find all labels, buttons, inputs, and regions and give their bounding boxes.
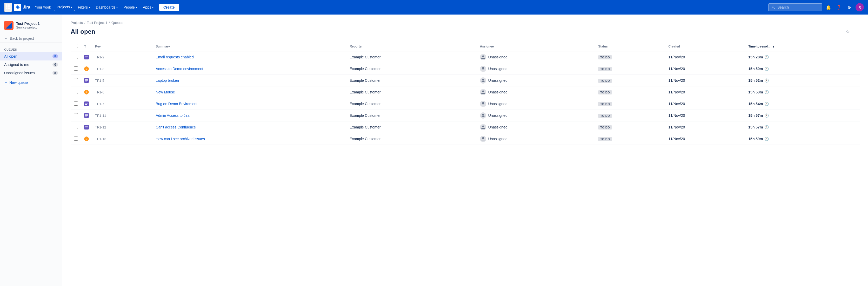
created-date: 11/Nov/20 [669, 137, 685, 141]
row-reporter-cell: Example Customer [346, 133, 476, 145]
create-button[interactable]: Create [159, 4, 179, 11]
people-nav[interactable]: People ▾ [121, 4, 140, 11]
row-status-cell: TO DO [595, 110, 665, 122]
row-time-cell: 15h 28m 🕐 [745, 51, 860, 63]
all-open-count: 8 [53, 54, 58, 58]
issue-reporter: Example Customer [349, 55, 380, 59]
svg-rect-21 [85, 103, 88, 103]
assignee-cell: Unassigned [480, 77, 592, 84]
table-row: TP1-5 Laptop broken Example Customer Una… [71, 75, 860, 87]
created-date: 11/Nov/20 [669, 67, 685, 71]
assignee-avatar [480, 66, 486, 72]
issue-key: TP1-6 [95, 90, 104, 94]
row-assignee-cell: Unassigned [477, 75, 595, 87]
col-header-status[interactable]: Status [595, 42, 665, 51]
table-row: ? TP1-6 New Mouse Example Customer Unass… [71, 87, 860, 98]
issue-summary-link[interactable]: Can't access Confluence [156, 125, 196, 129]
more-options-button[interactable]: ⋯ [853, 28, 860, 36]
question-type-icon: ? [84, 136, 89, 141]
svg-rect-11 [85, 56, 88, 57]
issue-summary-link[interactable]: Admin Access to Jira [156, 114, 190, 118]
col-header-summary[interactable]: Summary [153, 42, 347, 51]
row-checkbox[interactable] [74, 101, 78, 106]
status-badge: TO DO [598, 67, 612, 71]
row-checkbox[interactable] [74, 55, 78, 59]
filters-chevron-icon: ▾ [89, 6, 90, 9]
your-work-nav[interactable]: Your work [32, 4, 54, 11]
row-summary-cell: Laptop broken [153, 75, 347, 87]
row-created-cell: 11/Nov/20 [665, 63, 745, 75]
settings-button[interactable]: ⚙ [845, 3, 854, 11]
row-assignee-cell: Unassigned [477, 133, 595, 145]
assignee-name: Unassigned [488, 78, 507, 83]
dashboards-chevron-icon: ▾ [116, 6, 118, 9]
row-key-cell: TP1-3 [92, 63, 153, 75]
star-button[interactable]: ☆ [845, 28, 851, 36]
status-badge: TO DO [598, 55, 612, 59]
issue-summary-link[interactable]: Access to Demo environment [156, 67, 204, 71]
apps-nav[interactable]: Apps ▾ [140, 4, 156, 11]
sidebar-item-all-open[interactable]: All open 8 [0, 52, 62, 61]
search-bar[interactable] [768, 3, 822, 11]
new-queue-button[interactable]: ＋ New queue [0, 78, 62, 87]
col-header-assignee[interactable]: Assignee [477, 42, 595, 51]
time-value: 15h 52m [748, 78, 763, 83]
notifications-button[interactable]: 🔔 [825, 3, 833, 11]
row-check-cell [71, 122, 81, 133]
main-content: Projects / Test Project 1 / Queues All o… [62, 14, 868, 286]
row-checkbox[interactable] [74, 78, 78, 82]
row-checkbox[interactable] [74, 90, 78, 94]
svg-rect-25 [85, 115, 88, 115]
issue-summary-link[interactable]: Bug on Demo Enviroment [156, 102, 197, 106]
all-open-label: All open [4, 54, 18, 58]
projects-nav[interactable]: Projects ▾ [54, 3, 75, 11]
row-assignee-cell: Unassigned [477, 122, 595, 133]
back-to-project-button[interactable]: ← Back to project [0, 34, 62, 43]
row-summary-cell: Email requests enabled [153, 51, 347, 63]
search-input[interactable] [777, 5, 819, 9]
dashboards-nav[interactable]: Dashboards ▾ [93, 4, 121, 11]
row-checkbox[interactable] [74, 136, 78, 141]
svg-point-32 [482, 126, 484, 127]
breadcrumb-sep-2: / [109, 21, 110, 25]
status-badge: TO DO [598, 125, 612, 129]
jira-logo[interactable]: Jira [14, 4, 30, 11]
svg-point-15 [482, 67, 484, 69]
row-checkbox[interactable] [74, 113, 78, 117]
select-all-checkbox[interactable] [74, 44, 78, 48]
row-status-cell: TO DO [595, 51, 665, 63]
row-key-cell: TP1-12 [92, 122, 153, 133]
user-avatar[interactable]: R [856, 3, 864, 11]
col-header-time-to-resolve[interactable]: Time to resol... ▲ [745, 42, 860, 51]
assignee-cell: Unassigned [480, 124, 592, 130]
help-button[interactable]: ❓ [835, 3, 843, 11]
col-header-created[interactable]: Created [665, 42, 745, 51]
svg-rect-1 [7, 4, 9, 6]
sidebar-item-unassigned-issues[interactable]: Unassigned issues 8 [0, 69, 62, 77]
col-header-reporter[interactable]: Reporter [346, 42, 476, 51]
issue-summary-link[interactable]: New Mouse [156, 90, 175, 94]
row-type-cell [81, 51, 92, 63]
row-checkbox[interactable] [74, 66, 78, 71]
row-time-cell: 15h 59m 🕐 [745, 133, 860, 145]
svg-rect-7 [7, 8, 9, 9]
row-checkbox[interactable] [74, 125, 78, 129]
sidebar-item-assigned-to-me[interactable]: Assigned to me 0 [0, 61, 62, 69]
clock-icon: 🕐 [764, 102, 769, 106]
filters-nav[interactable]: Filters ▾ [75, 4, 93, 11]
table-row: TP1-11 Admin Access to Jira Example Cust… [71, 110, 860, 122]
col-header-type[interactable]: T [81, 42, 92, 51]
row-status-cell: TO DO [595, 133, 665, 145]
breadcrumb: Projects / Test Project 1 / Queues [71, 21, 860, 25]
issue-summary-link[interactable]: Email requests enabled [156, 55, 194, 59]
row-type-cell [81, 122, 92, 133]
issue-summary-link[interactable]: Laptop broken [156, 78, 179, 83]
issue-summary-link[interactable]: How can I see archived issues [156, 137, 205, 141]
grid-menu-icon[interactable] [4, 3, 12, 12]
time-value: 15h 59m [748, 137, 763, 141]
breadcrumb-project[interactable]: Test Project 1 [87, 21, 107, 25]
col-header-key[interactable]: Key [92, 42, 153, 51]
row-status-cell: TO DO [595, 98, 665, 110]
created-date: 11/Nov/20 [669, 55, 685, 59]
breadcrumb-projects[interactable]: Projects [71, 21, 83, 25]
